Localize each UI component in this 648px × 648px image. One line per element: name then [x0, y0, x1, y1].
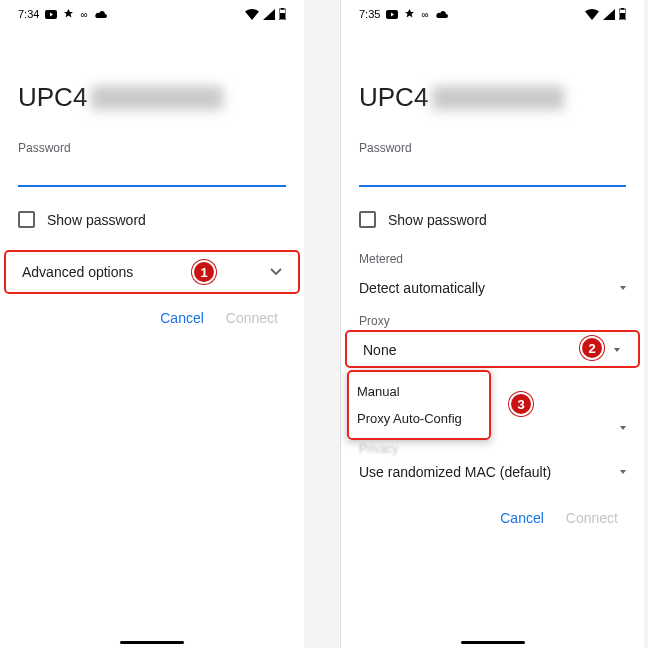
password-input[interactable] [359, 159, 626, 187]
phone-right: 7:35 ∞ UPC4 Password Show password Meter… [340, 0, 644, 648]
chevron-down-icon [270, 268, 282, 276]
password-label: Password [359, 141, 626, 155]
chevron-down-icon [620, 426, 626, 430]
cancel-button[interactable]: Cancel [160, 310, 204, 326]
metered-label: Metered [359, 252, 626, 266]
proxy-option-auto[interactable]: Proxy Auto-Config [357, 405, 481, 432]
infinity-icon: ∞ [421, 9, 428, 20]
privacy-value: Use randomized MAC (default) [359, 464, 551, 480]
password-label: Password [18, 141, 286, 155]
wifi-icon [585, 9, 599, 20]
show-password-label: Show password [388, 212, 487, 228]
home-indicator[interactable] [120, 641, 184, 644]
network-prefix: UPC4 [18, 82, 87, 113]
network-name: UPC4 [18, 82, 286, 113]
connect-button[interactable]: Connect [566, 510, 618, 526]
metered-value: Detect automatically [359, 280, 485, 296]
youtube-icon [45, 10, 57, 19]
cast-icon [63, 9, 74, 20]
metered-dropdown[interactable]: Detect automatically [359, 272, 626, 308]
cloud-icon [435, 10, 449, 19]
cloud-icon [94, 10, 108, 19]
show-password-row[interactable]: Show password [18, 211, 286, 228]
privacy-dropdown[interactable]: Use randomized MAC (default) [359, 456, 626, 492]
advanced-options-label: Advanced options [22, 264, 133, 280]
svg-rect-7 [620, 13, 625, 19]
svg-rect-3 [280, 13, 285, 19]
marker-3: 3 [509, 392, 533, 416]
infinity-icon: ∞ [80, 9, 87, 20]
battery-icon [619, 8, 626, 20]
show-password-row[interactable]: Show password [359, 211, 626, 228]
marker-2: 2 [580, 336, 604, 360]
youtube-icon [386, 10, 398, 19]
network-prefix: UPC4 [359, 82, 428, 113]
status-time: 7:34 [18, 8, 39, 20]
privacy-label-truncated: Privacy [359, 442, 626, 456]
wifi-icon [245, 9, 259, 20]
status-bar: 7:34 ∞ [0, 0, 304, 26]
chevron-down-icon [614, 348, 620, 352]
connect-button[interactable]: Connect [226, 310, 278, 326]
cast-icon [404, 9, 415, 20]
network-name: UPC4 [359, 82, 626, 113]
proxy-value: None [363, 342, 396, 358]
show-password-label: Show password [47, 212, 146, 228]
dialog-actions: Cancel Connect [359, 492, 626, 544]
svg-rect-2 [281, 8, 284, 10]
chevron-down-icon [620, 286, 626, 290]
status-time: 7:35 [359, 8, 380, 20]
password-input[interactable] [18, 159, 286, 187]
signal-icon [263, 9, 275, 20]
marker-1: 1 [192, 260, 216, 284]
cancel-button[interactable]: Cancel [500, 510, 544, 526]
proxy-option-manual[interactable]: Manual [357, 378, 481, 405]
advanced-options-row[interactable]: Advanced options [18, 252, 286, 292]
chevron-down-icon [620, 470, 626, 474]
status-bar: 7:35 ∞ [341, 0, 644, 26]
proxy-popup: Manual Proxy Auto-Config [347, 370, 491, 440]
network-name-blurred [91, 86, 223, 110]
svg-rect-6 [621, 8, 624, 10]
proxy-label: Proxy [359, 314, 626, 328]
dialog-actions: Cancel Connect [18, 292, 286, 344]
signal-icon [603, 9, 615, 20]
home-indicator[interactable] [461, 641, 525, 644]
phone-left: 7:34 ∞ UPC4 Password Show password Advan… [0, 0, 304, 648]
battery-icon [279, 8, 286, 20]
checkbox-icon[interactable] [359, 211, 376, 228]
network-name-blurred [432, 86, 564, 110]
checkbox-icon[interactable] [18, 211, 35, 228]
